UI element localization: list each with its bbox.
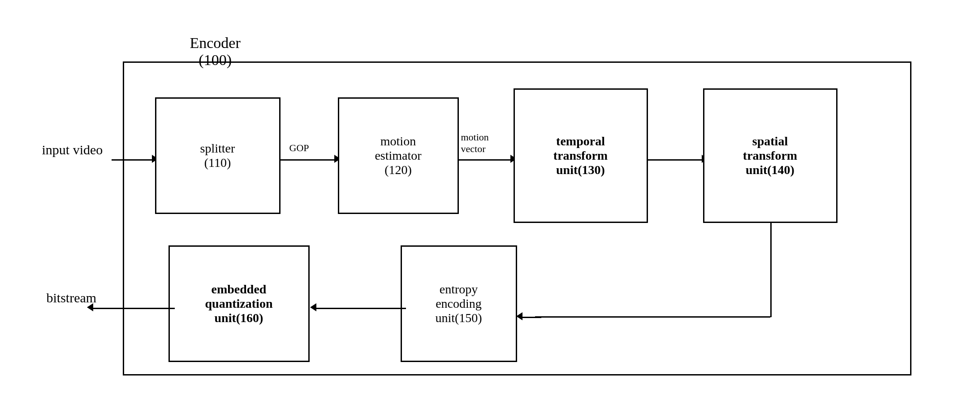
spatial-line3: unit(140) <box>743 163 797 177</box>
input-video-label: input video <box>42 142 103 157</box>
motion-vector-label: motionvector <box>461 131 489 155</box>
embedded-line1: embedded <box>205 282 273 297</box>
temporal-line1: temporal <box>553 134 608 148</box>
spatial-entropy-hline <box>535 316 770 318</box>
temporal-transform-block: temporal transform unit(130) <box>514 88 648 223</box>
spatial-line2: transform <box>743 148 797 163</box>
entropy-encoding-block: entropy encoding unit(150) <box>401 245 517 362</box>
spatial-line1: spatial <box>743 134 797 148</box>
spatial-down-vline <box>770 223 772 317</box>
entropy-line3: unit(150) <box>435 311 482 325</box>
entropy-arrow <box>516 312 541 322</box>
gop-label: GOP <box>289 142 309 154</box>
motion-estimator-line2: estimator <box>375 148 421 163</box>
entropy-line2: encoding <box>435 297 482 311</box>
splitter-block: splitter (110) <box>155 97 281 214</box>
temporal-line2: transform <box>553 148 608 163</box>
splitter-label: splitter <box>200 141 235 156</box>
motion-estimator-block: motion estimator (120) <box>338 97 459 214</box>
motion-estimator-line3: (120) <box>375 163 421 177</box>
splitter-number: (110) <box>200 156 235 170</box>
spatial-transform-block: spatial transform unit(140) <box>703 88 838 223</box>
motion-estimator-line1: motion <box>375 134 421 148</box>
diagram-container: Encoder (100) input video bitstream spli… <box>42 26 938 393</box>
embedded-line2: quantization <box>205 297 273 311</box>
embedded-quantization-block: embedded quantization unit(160) <box>168 245 310 362</box>
embedded-line3: unit(160) <box>205 311 273 325</box>
entropy-line1: entropy <box>435 282 482 297</box>
encoder-label: Encoder (100) <box>190 35 241 69</box>
temporal-line3: unit(130) <box>553 163 608 177</box>
input-arrow <box>112 155 158 165</box>
